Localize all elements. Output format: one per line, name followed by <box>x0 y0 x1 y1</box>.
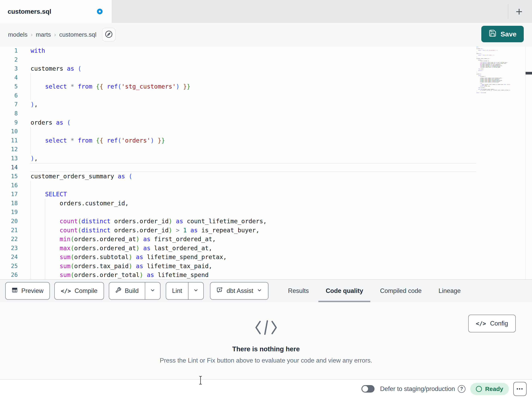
chevron-right-icon: › <box>54 31 56 38</box>
line-number: 19 <box>0 208 30 217</box>
code-line-25[interactable]: 25 sum(orders.tax_paid) as lifetime_tax_… <box>0 262 476 271</box>
code-line-9[interactable]: 9orders as ( <box>0 118 476 127</box>
indent-guide <box>45 217 45 226</box>
code-line-22[interactable]: 22 min(orders.ordered_at) as first_order… <box>0 235 476 244</box>
line-number: 20 <box>0 217 30 226</box>
code-line-2[interactable]: 2 <box>0 55 476 65</box>
line-number: 9 <box>0 118 30 127</box>
line-number: 11 <box>0 136 30 145</box>
defer-toggle[interactable] <box>361 385 374 392</box>
code-line-18[interactable]: 18 orders.customer_id, <box>0 199 476 208</box>
text-cursor-icon <box>198 376 203 386</box>
indent-guide <box>30 145 31 154</box>
lint-split-button: Lint <box>166 282 204 300</box>
code-line-5[interactable]: 5 select * from {{ ref('stg_customers') … <box>0 82 476 91</box>
code-line-10[interactable]: 10 <box>0 127 476 136</box>
code-line-15[interactable]: 15customer_orders_summary as ( <box>0 172 476 181</box>
compile-label: Compile <box>75 287 98 294</box>
lint-dropdown-button[interactable] <box>189 282 203 299</box>
chevron-down-icon <box>193 287 198 294</box>
tab-code-quality[interactable]: Code quality <box>317 280 372 302</box>
line-number: 5 <box>0 82 30 91</box>
new-tab-button[interactable]: + <box>514 6 525 17</box>
indent-guide <box>30 73 31 82</box>
build-button[interactable]: Build <box>109 282 145 299</box>
tabbar-divider <box>508 4 508 19</box>
line-number: 8 <box>0 109 30 118</box>
ready-status-badge[interactable]: Ready <box>470 383 509 395</box>
indent-guide <box>30 91 31 100</box>
line-number: 23 <box>0 244 30 253</box>
status-circle-icon <box>476 386 482 392</box>
dbt-assist-button[interactable]: dbt Assist <box>210 282 268 300</box>
breadcrumb-marts[interactable]: marts <box>36 31 51 38</box>
breadcrumb-models[interactable]: models <box>8 31 28 38</box>
indent-guide <box>30 127 31 136</box>
code-line-21[interactable]: 21 count(distinct orders.order_id) > 1 a… <box>0 226 476 235</box>
empty-state: There is nothing here Press the Lint or … <box>0 320 532 364</box>
config-button[interactable]: </> Config <box>468 315 516 332</box>
ready-label: Ready <box>485 385 503 392</box>
code-line-1[interactable]: 1with <box>0 46 476 55</box>
minimap[interactable]: withcustomers as ( select * from {{ ref(… <box>476 47 510 107</box>
help-icon[interactable]: ? <box>458 385 465 393</box>
config-label: Config <box>490 320 508 327</box>
code-line-16[interactable]: 16 <box>0 181 476 190</box>
unsaved-changes-dot-icon <box>97 9 103 14</box>
breadcrumb-file[interactable]: customers.sql <box>59 31 96 38</box>
chevron-right-icon: › <box>31 31 32 38</box>
indent-guide <box>45 271 45 279</box>
code-icon: </> <box>61 288 71 294</box>
code-line-4[interactable]: 4 <box>0 73 476 82</box>
toggle-knob <box>362 386 368 392</box>
code-line-7[interactable]: 7), <box>0 100 476 109</box>
code-line-24[interactable]: 24 sum(orders.subtotal) as lifetime_spen… <box>0 253 476 262</box>
code-editor[interactable]: 1with23customers as (45 select * from {{… <box>0 46 532 279</box>
code-line-8[interactable]: 8 <box>0 109 476 118</box>
tab-compiled-code[interactable]: Compiled code <box>372 280 430 302</box>
code-line-23[interactable]: 23 max(orders.ordered_at) as last_ordere… <box>0 244 476 253</box>
compile-button[interactable]: </> Compile <box>54 282 104 300</box>
code-line-11[interactable]: 11 select * from {{ ref('orders') }} <box>0 136 476 145</box>
dbt-ide-window: customers.sql + models › marts › custome… <box>0 0 532 398</box>
code-line-14[interactable]: 14 <box>0 163 476 172</box>
code-line-19[interactable]: 19 <box>0 208 476 217</box>
plus-icon: + <box>516 6 523 17</box>
line-number: 25 <box>0 262 30 271</box>
result-tabs: Results Code quality Compiled code Linea… <box>279 280 469 302</box>
code-line-6[interactable]: 6 <box>0 91 476 100</box>
scrollbar-track <box>525 46 526 279</box>
line-number: 12 <box>0 145 30 154</box>
code-line-20[interactable]: 20 count(distinct orders.order_id) as co… <box>0 217 476 226</box>
indent-guide <box>30 235 31 244</box>
tab-customers-sql[interactable]: customers.sql <box>0 0 112 23</box>
indent-guide <box>30 226 31 235</box>
code-line-12[interactable]: 12 <box>0 145 476 154</box>
code-line-26[interactable]: 26 sum(orders.order_total) as lifetime_s… <box>0 271 476 279</box>
tab-lineage[interactable]: Lineage <box>430 280 469 302</box>
lint-label: Lint <box>172 287 182 294</box>
code-line-17[interactable]: 17 SELECT <box>0 190 476 199</box>
tab-title: customers.sql <box>8 8 51 15</box>
preview-button[interactable]: Preview <box>5 282 50 300</box>
defer-label: Defer to staging/production <box>380 385 455 392</box>
scrollbar-thumb[interactable] <box>526 72 532 74</box>
indent-guide <box>30 217 31 226</box>
ellipsis-icon: ••• <box>517 386 523 392</box>
line-number: 18 <box>0 199 30 208</box>
code-icon: </> <box>476 320 486 327</box>
indent-guide <box>30 199 31 208</box>
explore-lineage-button[interactable] <box>102 28 116 41</box>
build-label: Build <box>125 287 139 294</box>
build-dropdown-button[interactable] <box>145 282 160 299</box>
code-line-3[interactable]: 3customers as ( <box>0 64 476 73</box>
line-number: 21 <box>0 226 30 235</box>
code-line-13[interactable]: 13), <box>0 154 476 163</box>
lint-button[interactable]: Lint <box>166 282 188 299</box>
tab-results[interactable]: Results <box>279 280 317 302</box>
save-button[interactable]: Save <box>481 26 524 42</box>
overflow-menu-button[interactable]: ••• <box>513 382 526 396</box>
indent-guide <box>30 181 31 190</box>
indent-guide <box>30 253 31 262</box>
line-number: 7 <box>0 100 30 109</box>
